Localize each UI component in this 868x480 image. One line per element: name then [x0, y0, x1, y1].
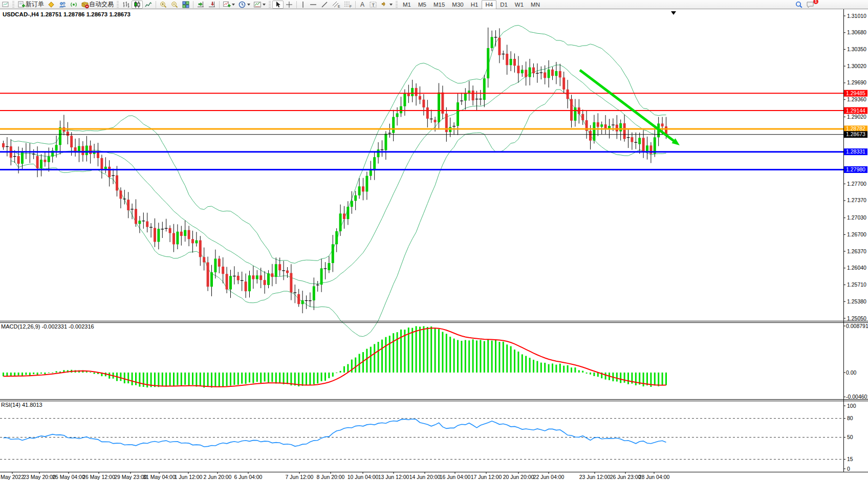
arrows-button[interactable] [379, 1, 394, 9]
time-tick-label: 2 Jun 20:00 [204, 474, 232, 480]
line-chart-button[interactable] [143, 1, 154, 9]
macd-axis-label: 0.00 [846, 369, 857, 376]
price-tick-label: 1.25050 [847, 315, 866, 321]
indicators-button[interactable] [221, 1, 236, 9]
price-tick-label: 1.26370 [847, 248, 866, 254]
horizontal-line-button[interactable] [308, 1, 319, 9]
timeframe-M15[interactable]: M15 [430, 0, 448, 9]
new-chart-button[interactable] [1, 1, 11, 9]
toolbar-grip [269, 1, 271, 8]
fibo-glyph: F [350, 5, 352, 8]
time-tick-label: 22 Jun 04:00 [533, 474, 565, 480]
zoom-out-button[interactable] [169, 1, 180, 9]
price-tick-label: 1.29690 [847, 79, 866, 85]
toolbar-separator [156, 1, 156, 8]
autotrade-label: 自动交易 [89, 0, 114, 9]
time-tick-label: 8 Jun 20:00 [317, 474, 345, 480]
timeframe-M1[interactable]: M1 [399, 0, 415, 9]
autotrade-button[interactable]: 自动交易 [79, 1, 115, 9]
arrows-caret [389, 4, 393, 6]
chart-shift-button[interactable] [206, 1, 218, 9]
notifications-button[interactable]: 1 [805, 1, 816, 9]
price-tick-label: 1.30020 [847, 63, 866, 69]
price-tick-label: 1.30350 [847, 46, 866, 52]
price-tick-label: 1.27700 [847, 181, 866, 187]
timeframe-group: M1M5M15M30H1H4D1W1MN [399, 0, 544, 9]
time-tick-label: 13 Jun 12:00 [378, 474, 409, 480]
notification-badge: 1 [813, 0, 818, 4]
auto-scroll-button[interactable] [195, 1, 206, 9]
rsi-axis-label: 80 [847, 415, 853, 421]
text-button[interactable]: A [357, 1, 367, 9]
timeframe-H1[interactable]: H1 [467, 0, 482, 9]
channel-button[interactable]: E [330, 1, 342, 9]
bollinger-upper [11, 25, 666, 263]
zoom-in-button[interactable] [158, 1, 169, 9]
bar-chart-button[interactable] [120, 1, 132, 9]
price-tick-label: 1.26700 [847, 231, 866, 237]
timeframe-H4[interactable]: H4 [482, 0, 496, 9]
crosshair-button[interactable] [284, 1, 295, 9]
periods-button[interactable] [236, 1, 252, 9]
rsi-line [4, 419, 666, 447]
autotrade-icon [81, 1, 89, 9]
price-tick-label: 1.27030 [847, 214, 866, 221]
timeframe-MN[interactable]: MN [527, 0, 544, 9]
tile-windows-button[interactable] [180, 1, 191, 9]
fibonacci-button[interactable]: F [342, 1, 354, 9]
toolbar-separator [219, 1, 220, 8]
timeframe-D1[interactable]: D1 [496, 0, 511, 9]
macd-axis-label: 0.008791 [846, 323, 868, 329]
toolbar: 新订单 自动交易 E F A T M1M5M15M30H1H4D1W1MN 1 [0, 0, 868, 9]
new-order-icon [17, 1, 26, 9]
price-badge-label: 1.27980 [846, 166, 865, 172]
templates-caret [263, 4, 266, 6]
timeframe-M5[interactable]: M5 [415, 0, 430, 9]
rsi-axis-label: 50 [847, 434, 853, 440]
timeframe-W1[interactable]: W1 [511, 0, 527, 9]
price-tick-label: 1.30680 [847, 29, 866, 35]
chart-canvas[interactable]: 1.310101.306801.303501.300201.296901.293… [0, 9, 868, 480]
time-tick-label: 25 May 04:00 [52, 474, 85, 480]
price-badge-label: 1.29485 [846, 90, 865, 96]
rsi-axis-label: 0 [847, 466, 850, 472]
text-glyph: A [360, 1, 364, 8]
time-tick-label: 1 Jun 12:00 [175, 474, 203, 480]
price-tick-label: 1.31010 [847, 13, 866, 19]
time-tick-label: 28 Jun 04:00 [639, 474, 670, 480]
search-button[interactable] [793, 1, 805, 9]
rsi-indicator-label: RSI(14) 41.8013 [1, 402, 42, 408]
time-tick-label: 17 Jun 12:00 [471, 474, 502, 480]
text-label-button[interactable]: T [367, 1, 379, 9]
periods-caret [247, 4, 250, 6]
rsi-axis-label: 100 [847, 403, 856, 409]
time-tick-label: 26 May 12:00 [82, 474, 115, 480]
highlight-button[interactable] [46, 1, 57, 9]
rsi-axis-label: 15 [847, 456, 853, 462]
price-tick-label: 1.27370 [847, 197, 866, 203]
cursor-button[interactable] [272, 1, 284, 9]
price-tick-label: 1.29360 [847, 96, 866, 102]
vertical-line-button[interactable] [298, 1, 308, 9]
bollinger-lower [11, 90, 666, 337]
time-tick-label: 7 Jun 12:00 [286, 474, 314, 480]
signal-button[interactable] [68, 1, 79, 9]
candle-chart-button[interactable] [132, 1, 143, 9]
trendline-button[interactable] [319, 1, 330, 9]
price-tick-label: 1.25380 [847, 298, 866, 304]
new-order-button[interactable]: 新订单 [16, 1, 46, 9]
price-badge-label: 1.28331 [846, 148, 865, 155]
new-order-label: 新订单 [26, 0, 44, 9]
time-tick-label: 20 Jun 20:00 [503, 474, 534, 480]
templates-button[interactable] [252, 1, 267, 9]
chart-title: USDCAD-,H4 1.28751 1.28786 1.28673 1.286… [3, 11, 131, 17]
macd-axis-label: -0.004601 [846, 394, 868, 400]
price-tick-label: 1.26040 [847, 265, 866, 271]
price-tick-label: 1.29020 [847, 114, 866, 120]
chart-window: 1.310101.306801.303501.300201.296901.293… [0, 9, 868, 480]
time-tick-label: 23 May 20:00 [23, 474, 56, 480]
price-tick-label: 1.25710 [847, 281, 866, 288]
community-button[interactable] [57, 1, 68, 9]
time-tick-label: 23 Jun 12:00 [579, 474, 611, 480]
timeframe-M30[interactable]: M30 [448, 0, 467, 9]
